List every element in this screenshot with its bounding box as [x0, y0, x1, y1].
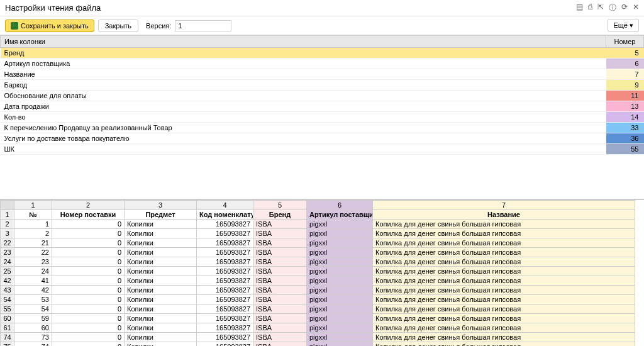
sheet-row[interactable]: 22210Копилки165093827ISBApigxxlКопилка д…	[1, 238, 635, 248]
sheet-rowhead[interactable]: 43	[1, 286, 14, 295]
config-row[interactable]: Дата продажи13	[1, 101, 644, 112]
save-close-button[interactable]: Сохранить и закрыть	[5, 20, 94, 32]
sheet-cell: 0	[52, 229, 125, 238]
sheet-row[interactable]: 60590Копилки165093827ISBApigxxlКопилка д…	[1, 314, 635, 323]
version-select[interactable]	[175, 20, 231, 31]
sheet-rowhead[interactable]: 75	[1, 342, 14, 347]
sheet-cell: 0	[52, 304, 125, 314]
sheet-cell: 2	[14, 229, 52, 238]
sheet-cell: 22	[14, 248, 52, 257]
config-row-num: 33	[606, 123, 644, 133]
sheet-row[interactable]: 25240Копилки165093827ISBApigxxlКопилка д…	[1, 267, 635, 276]
sheet-row[interactable]: 61600Копилки165093827ISBApigxxlКопилка д…	[1, 323, 635, 333]
close-icon[interactable]: ✕	[633, 3, 639, 13]
sheet-cell: Копилка для денег свинья большая гипсова…	[373, 276, 635, 286]
config-row[interactable]: Баркод9	[1, 80, 644, 91]
sheet-cell: Копилка для денег свинья большая гипсова…	[373, 333, 635, 342]
sheet-cell: Копилка для денег свинья большая гипсова…	[373, 257, 635, 267]
sheet-corner[interactable]	[1, 201, 14, 210]
config-row[interactable]: Обоснование для оплаты11	[1, 91, 644, 101]
sheet-cell: Копилки	[125, 248, 197, 257]
print-icon[interactable]: ⎙	[588, 3, 592, 13]
sheet-cell: Копилка для денег свинья большая гипсова…	[373, 238, 635, 248]
preview-sheet[interactable]: 1 2 3 4 5 6 7 1№Номер поставкиПредметКод…	[0, 200, 635, 346]
config-row-name: К перечислению Продавцу за реализованный…	[1, 123, 606, 133]
sheet-row[interactable]: 43420Копилки165093827ISBApigxxlКопилка д…	[1, 286, 635, 295]
sheet-cell: Копилка для денег свинья большая гипсова…	[373, 267, 635, 276]
config-row[interactable]: Название7	[1, 69, 644, 80]
sheet-cell: 24	[14, 267, 52, 276]
sheet-cell: ISBA	[253, 304, 307, 314]
sheet-rowhead[interactable]: 25	[1, 267, 14, 276]
sheet-row[interactable]: 320Копилки165093827ISBApigxxlКопилка для…	[1, 229, 635, 238]
sheet-scroll[interactable]: 1 2 3 4 5 6 7 1№Номер поставкиПредметКод…	[0, 200, 644, 346]
sheet-row[interactable]: 75740Копилки165093827ISBApigxxlКопилка д…	[1, 342, 635, 347]
config-row[interactable]: Артикул поставщика6	[1, 59, 644, 69]
sheet-colhead[interactable]: 1	[14, 201, 52, 210]
sheet-cell: 165093827	[197, 220, 253, 229]
sheet-rowhead[interactable]: 55	[1, 304, 14, 314]
config-row-name: Бренд	[1, 48, 606, 59]
sheet-rowhead[interactable]: 23	[1, 248, 14, 257]
sheet-cell: Копилки	[125, 238, 197, 248]
sheet-colhead[interactable]: 6	[307, 201, 373, 210]
sheet-cell: Копилка для денег свинья большая гипсова…	[373, 323, 635, 333]
config-row[interactable]: К перечислению Продавцу за реализованный…	[1, 123, 644, 133]
sheet-cell: pigxxl	[307, 286, 373, 295]
sheet-rowhead[interactable]: 24	[1, 257, 14, 267]
sheet-cell: 0	[52, 333, 125, 342]
report-icon[interactable]: ▤	[576, 3, 583, 13]
sheet-row[interactable]: 210Копилки165093827ISBApigxxlКопилка для…	[1, 220, 635, 229]
sheet-row[interactable]: 55540Копилки165093827ISBApigxxlКопилка д…	[1, 304, 635, 314]
sheet-row[interactable]: 23220Копилки165093827ISBApigxxlКопилка д…	[1, 248, 635, 257]
config-row-name: Баркод	[1, 80, 606, 91]
config-row[interactable]: Бренд5	[1, 48, 644, 59]
link-icon[interactable]: ⇱	[597, 3, 604, 13]
config-row-name: Услуги по доставке товара покупателю	[1, 133, 606, 144]
config-row-num: 6	[606, 59, 644, 69]
config-col-num-header[interactable]: Номер	[606, 36, 644, 48]
sheet-row[interactable]: 42410Копилки165093827ISBApigxxlКопилка д…	[1, 276, 635, 286]
sheet-colhead[interactable]: 5	[253, 201, 307, 210]
config-col-name-header[interactable]: Имя колонки	[1, 36, 606, 48]
sheet-cell: 41	[14, 276, 52, 286]
window-title: Настройки чтения файла	[5, 3, 576, 13]
sheet-cell: 165093827	[197, 304, 253, 314]
config-table[interactable]: Имя колонки Номер Бренд5Артикул поставщи…	[0, 35, 644, 155]
sheet-row[interactable]: 74730Копилки165093827ISBApigxxlКопилка д…	[1, 333, 635, 342]
sheet-cell: Копилки	[125, 304, 197, 314]
more-button[interactable]: Ещё ▾	[608, 19, 639, 32]
sheet-cell: ISBA	[253, 295, 307, 304]
sheet-rowhead[interactable]: 60	[1, 314, 14, 323]
config-row-name: Название	[1, 69, 606, 80]
sheet-rowhead[interactable]: 54	[1, 295, 14, 304]
sheet-cell: 23	[14, 257, 52, 267]
sheet-colhead[interactable]: 3	[125, 201, 197, 210]
sheet-cell: pigxxl	[307, 333, 373, 342]
sheet-row[interactable]: 24230Копилки165093827ISBApigxxlКопилка д…	[1, 257, 635, 267]
info-icon[interactable]: ⓘ	[609, 3, 616, 13]
sheet-cell: 0	[52, 238, 125, 248]
sheet-cell: 165093827	[197, 276, 253, 286]
sheet-rowhead[interactable]: 74	[1, 333, 14, 342]
config-row[interactable]: Кол-во14	[1, 112, 644, 123]
close-button[interactable]: Закрыть	[98, 20, 138, 32]
sheet-rowhead[interactable]: 2	[1, 220, 14, 229]
sheet-cell: Копилки	[125, 295, 197, 304]
config-row[interactable]: ШК55	[1, 144, 644, 155]
sheet-cell: 0	[52, 323, 125, 333]
sheet-rowhead[interactable]: 1	[1, 210, 14, 220]
sheet-row[interactable]: 54530Копилки165093827ISBApigxxlКопилка д…	[1, 295, 635, 304]
sheet-cell: Копилка для денег свинья большая гипсова…	[373, 295, 635, 304]
config-row[interactable]: Услуги по доставке товара покупателю36	[1, 133, 644, 144]
sheet-cell: Копилки	[125, 314, 197, 323]
sheet-colhead[interactable]: 2	[52, 201, 125, 210]
sheet-colhead[interactable]: 4	[197, 201, 253, 210]
sheet-colhead[interactable]: 7	[373, 201, 635, 210]
sheet-cell: 74	[14, 342, 52, 347]
sheet-rowhead[interactable]: 42	[1, 276, 14, 286]
sheet-rowhead[interactable]: 61	[1, 323, 14, 333]
refresh-icon[interactable]: ⟳	[621, 3, 628, 13]
sheet-rowhead[interactable]: 22	[1, 238, 14, 248]
sheet-rowhead[interactable]: 3	[1, 229, 14, 238]
